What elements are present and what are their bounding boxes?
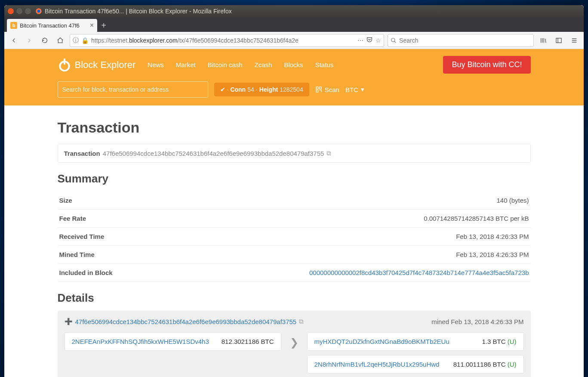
bookmark-star-icon[interactable]: ☆	[376, 37, 381, 44]
firefox-window: Bitcoin Transaction 47f6e50... | Bitcoin…	[4, 5, 584, 377]
window-close-button[interactable]	[8, 8, 14, 14]
logo-icon	[58, 58, 71, 72]
details-tx-link[interactable]: 47f6e506994cdce134bbc7524631b6f4a2e6f6e9…	[75, 318, 297, 325]
connection-status: ✔ · Conn 54 · Height 1282504	[214, 83, 309, 96]
input-amount: 812.3021186 BTC	[222, 338, 274, 345]
back-button[interactable]	[8, 34, 20, 46]
output-address-link[interactable]: myHXDQT2uDZkfnGxtNGnaBd9oBKMTb2EUu	[314, 338, 449, 345]
input-box: 2NEFEAnPxKFFNhSQJfih5kxWHE5W1SDv4h3 812.…	[65, 332, 281, 351]
tx-hash: 47f6e506994cdce134bbc7524631b6f4a2e6f6e9…	[103, 150, 324, 157]
tab-title: Bitcoin Transaction 47f6	[20, 22, 87, 29]
address-bar[interactable]: ⓘ 🔒 https://testnet.blockexplorer.com/tx…	[70, 34, 384, 47]
window-minimize-button[interactable]	[16, 8, 22, 14]
summary-heading: Summary	[58, 172, 531, 185]
copy-icon[interactable]: ⧉	[299, 318, 304, 325]
details-card: ➕ 47f6e506994cdce134bbc7524631b6f4a2e6f6…	[58, 311, 531, 377]
arrow-icon: ❯	[286, 332, 303, 349]
summary-table: Size140 (bytes) Fee Rate0.00714285714285…	[58, 192, 531, 282]
svg-rect-6	[319, 87, 321, 89]
table-row: Included in Block00000000000002f8cd43b3f…	[58, 264, 531, 282]
library-button[interactable]	[537, 34, 549, 46]
transaction-hash-box: Transaction 47f6e506994cdce134bbc7524631…	[58, 144, 531, 163]
table-row: Mined TimeFeb 13, 2018 4:26:33 PM	[58, 246, 531, 264]
copy-icon[interactable]: ⧉	[326, 149, 331, 157]
site-search-input[interactable]	[58, 81, 208, 98]
check-icon: ✔	[220, 86, 225, 93]
window-titlebar: Bitcoin Transaction 47f6e50... | Bitcoin…	[4, 5, 584, 17]
nav-market[interactable]: Market	[176, 61, 196, 68]
table-row: Fee Rate0.007142857142857143 BTC per kB	[58, 210, 531, 228]
block-link[interactable]: 00000000000002f8cd43b3f70425d7f4c7487324…	[309, 269, 529, 276]
nav-blocks[interactable]: Blocks	[284, 61, 303, 68]
window-maximize-button[interactable]	[25, 8, 31, 14]
svg-rect-3	[556, 38, 561, 43]
inputs-column: 2NEFEAnPxKFFNhSQJfih5kxWHE5W1SDv4h3 812.…	[65, 332, 281, 351]
browser-toolbar: ⓘ 🔒 https://testnet.blockexplorer.com/tx…	[4, 32, 584, 49]
new-tab-button[interactable]: +	[97, 19, 110, 32]
tab-favicon-icon: b	[10, 22, 17, 29]
site-header: Block Explorer News Market Bitcoin cash …	[4, 49, 584, 105]
home-button[interactable]	[54, 34, 66, 46]
table-row: Size140 (bytes)	[58, 192, 531, 210]
qr-icon	[315, 86, 322, 93]
nav-zcash[interactable]: Zcash	[255, 61, 272, 68]
buy-bitcoin-button[interactable]: Buy Bitcoin with CC!	[443, 56, 530, 74]
nav-links: News Market Bitcoin cash Zcash Blocks St…	[148, 61, 333, 68]
browser-tab[interactable]: b Bitcoin Transaction 47f6 ×	[7, 19, 97, 32]
output-amount: 1.3 BTC (U)	[482, 338, 516, 345]
reload-button[interactable]	[39, 34, 51, 46]
details-heading: Details	[58, 291, 531, 305]
svg-point-1	[37, 10, 40, 13]
search-icon	[391, 37, 397, 43]
svg-rect-5	[316, 87, 318, 89]
pocket-icon[interactable]	[366, 36, 373, 44]
forward-button[interactable]	[23, 34, 35, 46]
table-row: Received TimeFeb 13, 2018 4:26:33 PM	[58, 228, 531, 246]
watermark: Armedi	[547, 362, 583, 375]
chevron-down-icon: ▾	[361, 86, 364, 93]
mined-time-label: mined Feb 13, 2018 4:26:33 PM	[431, 318, 523, 325]
svg-rect-7	[316, 90, 318, 92]
logo-text: Block Explorer	[75, 59, 136, 71]
output-box: 2N8rhNrfNmB1vfL2qeH5tJjRbU1x295uHwd 811.…	[307, 355, 524, 374]
site-logo[interactable]: Block Explorer	[58, 58, 136, 72]
firefox-icon	[35, 8, 42, 15]
page-title: Transaction	[58, 119, 531, 136]
output-amount: 811.0011186 BTC (U)	[453, 361, 517, 368]
tab-close-icon[interactable]: ×	[90, 22, 94, 29]
input-address-link[interactable]: 2NEFEAnPxKFFNhSQJfih5kxWHE5W1SDv4h3	[72, 338, 209, 345]
currency-dropdown[interactable]: BTC ▾	[345, 86, 364, 93]
page-actions-icon[interactable]: ⋯	[357, 37, 363, 44]
nav-status[interactable]: Status	[315, 61, 334, 68]
url-text: https://testnet.blockexplorer.com/tx/47f…	[91, 37, 355, 44]
tab-strip: b Bitcoin Transaction 47f6 × +	[4, 17, 584, 32]
scan-button[interactable]: Scan	[315, 86, 339, 93]
svg-point-2	[391, 38, 395, 41]
nav-news[interactable]: News	[148, 61, 164, 68]
search-bar[interactable]	[388, 34, 534, 47]
window-title: Bitcoin Transaction 47f6e50... | Bitcoin…	[45, 8, 232, 15]
lock-icon: 🔒	[81, 37, 89, 44]
page-viewport: Block Explorer News Market Bitcoin cash …	[4, 49, 584, 377]
search-input[interactable]	[399, 37, 531, 44]
nav-bitcoin-cash[interactable]: Bitcoin cash	[208, 61, 243, 68]
output-address-link[interactable]: 2N8rhNrfNmB1vfL2qeH5tJjRbU1x295uHwd	[314, 361, 440, 368]
tx-label: Transaction	[64, 150, 100, 157]
menu-button[interactable]	[568, 34, 580, 46]
output-box: myHXDQT2uDZkfnGxtNGnaBd9oBKMTb2EUu 1.3 B…	[307, 332, 524, 351]
expand-icon[interactable]: ➕	[65, 318, 73, 325]
outputs-column: myHXDQT2uDZkfnGxtNGnaBd9oBKMTb2EUu 1.3 B…	[307, 332, 524, 374]
info-icon[interactable]: ⓘ	[73, 37, 79, 44]
main-content: Transaction Transaction 47f6e506994cdce1…	[49, 105, 539, 377]
sidebar-button[interactable]	[553, 34, 565, 46]
